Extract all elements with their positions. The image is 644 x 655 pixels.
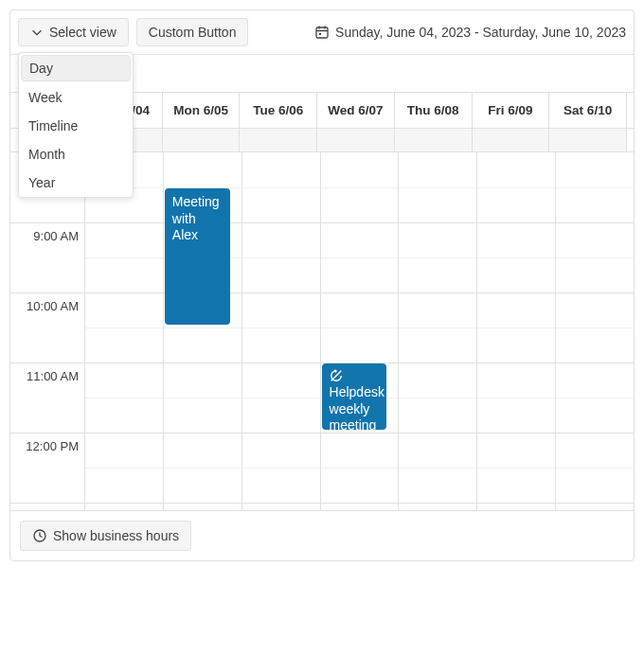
time-cell[interactable] <box>242 292 320 328</box>
view-option-timeline[interactable]: Timeline <box>19 112 133 140</box>
view-option-week[interactable]: Week <box>19 83 133 112</box>
time-cell[interactable] <box>399 292 476 328</box>
view-option-day[interactable]: Day <box>21 55 131 81</box>
time-cell[interactable] <box>242 152 320 187</box>
column-header[interactable]: Fri 6/09 <box>472 93 549 128</box>
time-cell[interactable] <box>477 292 555 328</box>
time-cell[interactable] <box>477 433 555 468</box>
time-cell[interactable] <box>85 468 163 503</box>
time-cell[interactable] <box>321 503 399 510</box>
day-column[interactable] <box>398 152 476 510</box>
custom-button[interactable]: Custom Button <box>136 18 249 46</box>
allday-cell[interactable] <box>472 129 549 151</box>
time-cell[interactable] <box>164 468 242 503</box>
time-cell[interactable] <box>242 363 320 398</box>
time-cell[interactable] <box>556 152 634 187</box>
time-cell[interactable] <box>321 257 399 292</box>
time-cell[interactable] <box>399 257 476 292</box>
time-cell[interactable] <box>321 328 399 363</box>
time-cell[interactable] <box>242 503 320 510</box>
time-cell[interactable] <box>321 152 399 187</box>
time-cell[interactable] <box>242 187 320 222</box>
time-cell[interactable] <box>556 292 634 328</box>
time-cell[interactable] <box>321 187 399 222</box>
calendar-event[interactable]: Meeting with Alex <box>165 188 230 325</box>
time-cell[interactable] <box>477 328 555 363</box>
column-header[interactable]: Mon 6/05 <box>162 93 240 128</box>
time-cell[interactable] <box>399 328 476 363</box>
time-cell[interactable] <box>242 398 320 433</box>
time-cell[interactable] <box>242 468 320 503</box>
time-cell[interactable] <box>556 187 634 222</box>
time-cell[interactable] <box>321 433 399 468</box>
time-cell[interactable] <box>164 503 242 510</box>
day-column[interactable] <box>555 152 634 510</box>
time-cell[interactable] <box>85 328 163 363</box>
time-cell[interactable] <box>321 292 399 328</box>
time-cell[interactable] <box>242 433 320 468</box>
time-cell[interactable] <box>242 257 320 292</box>
time-cell[interactable] <box>164 328 242 363</box>
time-cell[interactable] <box>242 222 320 257</box>
time-cell[interactable] <box>164 363 242 398</box>
column-header[interactable]: Thu 6/08 <box>394 93 472 128</box>
time-cell[interactable] <box>399 433 476 468</box>
view-option-month[interactable]: Month <box>19 140 133 168</box>
time-cell[interactable] <box>242 328 320 363</box>
column-header[interactable]: Wed 6/07 <box>316 93 394 128</box>
time-cell[interactable] <box>399 187 476 222</box>
calendar-event[interactable]: Helpdesk weekly meeting <box>322 363 387 430</box>
allday-cell[interactable] <box>548 129 626 151</box>
time-cell[interactable] <box>85 433 163 468</box>
schedule-scroll[interactable]: 8:00 AM9:00 AM10:00 AM11:00 AM12:00 PM1:… <box>10 152 634 510</box>
time-cell[interactable] <box>399 363 476 398</box>
time-cell[interactable] <box>556 257 634 292</box>
column-header[interactable]: Sat 6/10 <box>548 93 626 128</box>
time-cell[interactable] <box>85 257 163 292</box>
view-dropdown[interactable]: DayWeekTimelineMonthYear <box>18 52 134 198</box>
time-cell[interactable] <box>164 152 242 187</box>
time-cell[interactable] <box>556 363 634 398</box>
time-cell[interactable] <box>321 222 399 257</box>
allday-cell[interactable] <box>394 129 472 151</box>
time-cell[interactable] <box>477 257 555 292</box>
time-cell[interactable] <box>556 328 634 363</box>
time-cell[interactable] <box>477 187 555 222</box>
time-cell[interactable] <box>556 398 634 433</box>
day-column[interactable] <box>476 152 555 510</box>
time-cell[interactable] <box>399 503 476 510</box>
time-cell[interactable] <box>399 152 476 187</box>
date-range[interactable]: Sunday, June 04, 2023 - Saturday, June 1… <box>314 25 626 40</box>
time-cell[interactable] <box>556 503 634 510</box>
time-cell[interactable] <box>399 222 476 257</box>
allday-cell[interactable] <box>316 129 394 151</box>
time-cell[interactable] <box>85 292 163 328</box>
time-cell[interactable] <box>85 363 163 398</box>
allday-cell[interactable] <box>239 129 316 151</box>
day-column[interactable]: Helpdesk weekly meeting <box>320 152 399 510</box>
time-cell[interactable] <box>477 363 555 398</box>
time-cell[interactable] <box>477 152 555 187</box>
time-cell[interactable] <box>556 222 634 257</box>
view-option-year[interactable]: Year <box>19 168 133 197</box>
time-cell[interactable] <box>477 222 555 257</box>
column-header[interactable]: Tue 6/06 <box>239 93 316 128</box>
allday-cell[interactable] <box>162 129 240 151</box>
time-cell[interactable] <box>321 468 399 503</box>
time-cell[interactable] <box>477 503 555 510</box>
time-cell[interactable] <box>399 398 476 433</box>
time-cell[interactable] <box>556 433 634 468</box>
day-column[interactable] <box>84 152 163 510</box>
time-cell[interactable] <box>85 503 163 510</box>
time-cell[interactable] <box>85 222 163 257</box>
time-cell[interactable] <box>477 398 555 433</box>
show-business-hours-button[interactable]: Show business hours <box>20 521 191 551</box>
select-view-button[interactable]: Select view <box>18 18 129 46</box>
time-cell[interactable] <box>477 468 555 503</box>
time-cell[interactable] <box>85 398 163 433</box>
day-column[interactable]: Meeting with Alex <box>163 152 242 510</box>
time-cell[interactable] <box>556 468 634 503</box>
time-cell[interactable] <box>164 398 242 433</box>
time-cell[interactable] <box>399 468 476 503</box>
time-cell[interactable] <box>164 433 242 468</box>
